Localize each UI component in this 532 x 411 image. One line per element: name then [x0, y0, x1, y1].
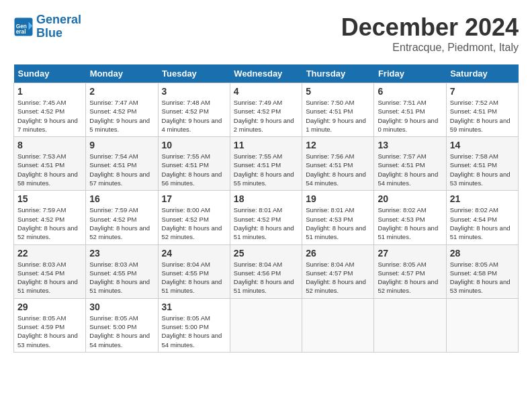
- weekday-header-row: SundayMondayTuesdayWednesdayThursdayFrid…: [14, 64, 519, 83]
- day-number: 14: [450, 140, 515, 150]
- calendar-cell: 29Sunrise: 8:05 AM Sunset: 4:59 PM Dayli…: [14, 298, 86, 352]
- day-info: Sunrise: 8:04 AM Sunset: 4:57 PM Dayligh…: [306, 260, 370, 295]
- calendar-week-1: 1Sunrise: 7:45 AM Sunset: 4:52 PM Daylig…: [14, 83, 519, 137]
- calendar-cell: 3Sunrise: 7:48 AM Sunset: 4:52 PM Daylig…: [158, 83, 230, 137]
- day-number: 3: [162, 86, 226, 97]
- logo-icon: Gen eral: [13, 17, 34, 37]
- calendar-cell: 22Sunrise: 8:03 AM Sunset: 4:54 PM Dayli…: [14, 244, 86, 298]
- day-number: 22: [17, 248, 82, 259]
- day-number: 23: [89, 248, 154, 259]
- weekday-header-saturday: Saturday: [446, 64, 518, 83]
- day-number: 31: [162, 302, 226, 312]
- day-info: Sunrise: 7:57 AM Sunset: 4:51 PM Dayligh…: [378, 152, 442, 187]
- day-info: Sunrise: 8:00 AM Sunset: 4:52 PM Dayligh…: [162, 205, 226, 241]
- weekday-header-friday: Friday: [374, 64, 446, 83]
- calendar-cell: 16Sunrise: 7:59 AM Sunset: 4:52 PM Dayli…: [86, 191, 158, 244]
- day-info: Sunrise: 8:01 AM Sunset: 4:53 PM Dayligh…: [306, 205, 370, 241]
- day-number: 26: [306, 248, 370, 259]
- page-header: Gen eral General Blue December 2024 Entr…: [13, 13, 519, 54]
- day-number: 30: [89, 302, 154, 312]
- calendar-week-5: 29Sunrise: 8:05 AM Sunset: 4:59 PM Dayli…: [14, 298, 519, 352]
- day-number: 6: [378, 86, 442, 97]
- calendar-cell: 12Sunrise: 7:56 AM Sunset: 4:51 PM Dayli…: [302, 137, 374, 191]
- day-number: 20: [378, 193, 442, 204]
- day-info: Sunrise: 7:59 AM Sunset: 4:52 PM Dayligh…: [89, 205, 154, 241]
- calendar-table: SundayMondayTuesdayWednesdayThursdayFrid…: [13, 64, 519, 353]
- day-number: 4: [234, 86, 298, 97]
- svg-text:eral: eral: [16, 29, 26, 35]
- day-number: 19: [306, 193, 370, 204]
- day-number: 10: [162, 140, 226, 150]
- calendar-cell: 11Sunrise: 7:55 AM Sunset: 4:51 PM Dayli…: [230, 137, 302, 191]
- day-number: 25: [234, 248, 298, 259]
- day-number: 29: [17, 302, 82, 312]
- calendar-cell: 24Sunrise: 8:04 AM Sunset: 4:55 PM Dayli…: [158, 244, 230, 298]
- calendar-cell: 17Sunrise: 8:00 AM Sunset: 4:52 PM Dayli…: [158, 191, 230, 244]
- day-number: 13: [378, 140, 442, 150]
- calendar-cell: 10Sunrise: 7:55 AM Sunset: 4:51 PM Dayli…: [158, 137, 230, 191]
- day-info: Sunrise: 8:03 AM Sunset: 4:54 PM Dayligh…: [17, 260, 82, 295]
- calendar-cell: 19Sunrise: 8:01 AM Sunset: 4:53 PM Dayli…: [302, 191, 374, 244]
- day-number: 2: [89, 86, 154, 97]
- calendar-week-4: 22Sunrise: 8:03 AM Sunset: 4:54 PM Dayli…: [14, 244, 519, 298]
- calendar-cell: 27Sunrise: 8:05 AM Sunset: 4:57 PM Dayli…: [374, 244, 446, 298]
- title-block: December 2024 Entracque, Piedmont, Italy: [341, 13, 519, 54]
- day-info: Sunrise: 8:05 AM Sunset: 5:00 PM Dayligh…: [89, 314, 154, 349]
- day-info: Sunrise: 7:55 AM Sunset: 4:51 PM Dayligh…: [162, 152, 226, 187]
- logo-line2: Blue: [36, 26, 62, 40]
- day-info: Sunrise: 7:50 AM Sunset: 4:51 PM Dayligh…: [306, 98, 370, 134]
- calendar-cell: 21Sunrise: 8:02 AM Sunset: 4:54 PM Dayli…: [446, 191, 518, 244]
- calendar-cell: 7Sunrise: 7:52 AM Sunset: 4:51 PM Daylig…: [446, 83, 518, 137]
- day-info: Sunrise: 7:49 AM Sunset: 4:52 PM Dayligh…: [234, 98, 298, 134]
- calendar-cell: 2Sunrise: 7:47 AM Sunset: 4:52 PM Daylig…: [86, 83, 158, 137]
- calendar-cell: [446, 298, 518, 352]
- calendar-cell: 4Sunrise: 7:49 AM Sunset: 4:52 PM Daylig…: [230, 83, 302, 137]
- calendar-cell: 28Sunrise: 8:05 AM Sunset: 4:58 PM Dayli…: [446, 244, 518, 298]
- calendar-cell: 6Sunrise: 7:51 AM Sunset: 4:51 PM Daylig…: [374, 83, 446, 137]
- calendar-cell: 13Sunrise: 7:57 AM Sunset: 4:51 PM Dayli…: [374, 137, 446, 191]
- day-info: Sunrise: 8:05 AM Sunset: 5:00 PM Dayligh…: [162, 314, 226, 349]
- day-number: 12: [306, 140, 370, 150]
- weekday-header-tuesday: Tuesday: [158, 64, 230, 83]
- calendar-cell: 30Sunrise: 8:05 AM Sunset: 5:00 PM Dayli…: [86, 298, 158, 352]
- weekday-header-wednesday: Wednesday: [230, 64, 302, 83]
- day-number: 7: [450, 86, 515, 97]
- month-title: December 2024: [341, 13, 519, 42]
- day-info: Sunrise: 7:45 AM Sunset: 4:52 PM Dayligh…: [17, 98, 82, 134]
- day-info: Sunrise: 7:52 AM Sunset: 4:51 PM Dayligh…: [450, 98, 515, 134]
- day-number: 18: [234, 193, 298, 204]
- calendar-cell: 23Sunrise: 8:03 AM Sunset: 4:55 PM Dayli…: [86, 244, 158, 298]
- day-info: Sunrise: 8:03 AM Sunset: 4:55 PM Dayligh…: [89, 260, 154, 295]
- location-subtitle: Entracque, Piedmont, Italy: [341, 42, 519, 54]
- calendar-week-2: 8Sunrise: 7:53 AM Sunset: 4:51 PM Daylig…: [14, 137, 519, 191]
- day-info: Sunrise: 7:55 AM Sunset: 4:51 PM Dayligh…: [234, 152, 298, 187]
- calendar-cell: [374, 298, 446, 352]
- calendar-cell: [230, 298, 302, 352]
- day-info: Sunrise: 8:05 AM Sunset: 4:59 PM Dayligh…: [17, 314, 82, 349]
- day-info: Sunrise: 7:53 AM Sunset: 4:51 PM Dayligh…: [17, 152, 82, 187]
- logo-line1: General: [36, 13, 81, 26]
- calendar-cell: 18Sunrise: 8:01 AM Sunset: 4:52 PM Dayli…: [230, 191, 302, 244]
- day-info: Sunrise: 8:04 AM Sunset: 4:56 PM Dayligh…: [234, 260, 298, 295]
- calendar-cell: [302, 298, 374, 352]
- day-number: 5: [306, 86, 370, 97]
- day-info: Sunrise: 7:47 AM Sunset: 4:52 PM Dayligh…: [89, 98, 154, 134]
- logo: Gen eral General Blue: [13, 13, 81, 40]
- calendar-cell: 8Sunrise: 7:53 AM Sunset: 4:51 PM Daylig…: [14, 137, 86, 191]
- day-number: 24: [162, 248, 226, 259]
- day-number: 1: [17, 86, 82, 97]
- day-info: Sunrise: 7:58 AM Sunset: 4:51 PM Dayligh…: [450, 152, 515, 187]
- day-number: 8: [17, 140, 82, 150]
- day-info: Sunrise: 7:54 AM Sunset: 4:51 PM Dayligh…: [89, 152, 154, 187]
- day-number: 15: [17, 193, 82, 204]
- calendar-cell: 31Sunrise: 8:05 AM Sunset: 5:00 PM Dayli…: [158, 298, 230, 352]
- day-number: 11: [234, 140, 298, 150]
- day-info: Sunrise: 8:02 AM Sunset: 4:53 PM Dayligh…: [378, 205, 442, 241]
- weekday-header-thursday: Thursday: [302, 64, 374, 83]
- calendar-cell: 20Sunrise: 8:02 AM Sunset: 4:53 PM Dayli…: [374, 191, 446, 244]
- day-info: Sunrise: 8:05 AM Sunset: 4:58 PM Dayligh…: [450, 260, 515, 295]
- day-info: Sunrise: 8:04 AM Sunset: 4:55 PM Dayligh…: [162, 260, 226, 295]
- calendar-week-3: 15Sunrise: 7:59 AM Sunset: 4:52 PM Dayli…: [14, 191, 519, 244]
- weekday-header-monday: Monday: [86, 64, 158, 83]
- calendar-cell: 1Sunrise: 7:45 AM Sunset: 4:52 PM Daylig…: [14, 83, 86, 137]
